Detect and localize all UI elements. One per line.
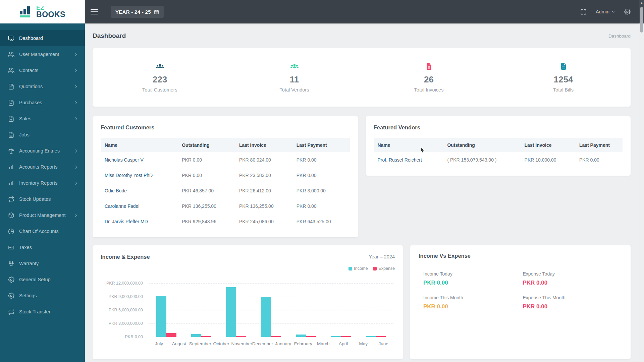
sidebar-item-quotations[interactable]: Quotations	[0, 78, 85, 95]
doc-person-icon	[362, 62, 496, 72]
sidebar-item-contacts[interactable]: Contacts	[0, 62, 85, 78]
people-icon	[227, 62, 362, 72]
y-axis-tick-label: PKR 12,000,000.00	[101, 281, 143, 286]
legend-item-expense[interactable]: Expense	[373, 266, 395, 271]
fiscal-year-label: YEAR - 24 - 25	[115, 9, 151, 15]
sidebar-item-settings[interactable]: Settings	[0, 288, 85, 304]
stat-label: Total Customers	[93, 87, 227, 93]
row-value: PKR 26,412.00	[235, 183, 292, 198]
ive-label: Income Today	[423, 271, 523, 277]
fullscreen-button[interactable]	[580, 9, 587, 15]
sidebar-item-jobs[interactable]: Jobs	[0, 127, 85, 143]
chevron-right-icon	[74, 213, 78, 218]
stat-total-customers: 223Total Customers	[93, 62, 227, 93]
stat-total-invoices: 26Total Invoices	[362, 62, 496, 93]
chart-x-axis-labels: JulyAugustSeptemberOctoberNovemberDecemb…	[149, 337, 393, 350]
sidebar-item-stock-transfer[interactable]: Stock Transfer	[0, 304, 85, 320]
sidebar-item-label: Taxes	[19, 245, 32, 250]
chevron-right-icon	[74, 165, 78, 169]
income-bar	[226, 287, 236, 337]
sidebar-item-user-management[interactable]: User Management	[0, 46, 85, 62]
income-bar	[261, 297, 271, 337]
page-scrollbar[interactable]: ▲	[639, 0, 644, 362]
row-name-link[interactable]: Carolanne Fadel	[101, 198, 178, 214]
legend-item-income[interactable]: Income	[348, 266, 368, 271]
scrollbar-up-arrow-icon[interactable]: ▲	[639, 0, 644, 4]
row-value: PKR 23,583.00	[235, 168, 292, 183]
legend-swatch	[373, 267, 377, 270]
file-minus-icon	[8, 100, 14, 106]
doc-lines-icon	[496, 62, 631, 72]
sidebar-item-label: Contacts	[19, 68, 38, 73]
ive-value: PKR 0.00	[523, 303, 623, 310]
row-name-link[interactable]: Miss Dorothy Yost PhD	[101, 168, 178, 183]
row-value: ( PKR 153,079,543.00 )	[443, 152, 520, 168]
scrollbar-thumb[interactable]	[640, 7, 643, 33]
ive-label: Expense Today	[523, 271, 623, 277]
chevron-right-icon	[74, 101, 78, 105]
bar-group	[324, 283, 359, 337]
sidebar-item-stock-updates[interactable]: Stock Updates	[0, 191, 85, 207]
column-header-last-invoice: Last Invoice	[235, 138, 292, 152]
brand-bars-icon	[19, 5, 33, 18]
chevron-right-icon	[74, 149, 78, 153]
bar-group	[149, 283, 184, 337]
row-name-link[interactable]: Nicholas Casper V	[101, 152, 178, 168]
ive-label: Expense This Month	[523, 295, 623, 300]
sidebar-item-purchases[interactable]: Purchases	[0, 95, 85, 111]
stat-total-bills: 1254Total Bills	[496, 62, 631, 93]
users-icon	[8, 67, 14, 74]
users-icon	[8, 51, 14, 58]
user-menu-label: Admin	[596, 9, 609, 14]
stat-value: 11	[227, 74, 362, 85]
row-value: PKR 929,843.96	[178, 214, 235, 229]
stat-value: 1254	[496, 74, 631, 85]
file-text-icon	[8, 132, 14, 138]
x-axis-tick-label: October	[211, 341, 231, 346]
sidebar-item-taxes[interactable]: Taxes	[0, 239, 85, 255]
sidebar-item-label: Stock Updates	[19, 196, 51, 202]
row-name-link[interactable]: Prof. Russel Reichert	[374, 152, 443, 168]
row-name-link[interactable]: Odie Bode	[101, 183, 178, 198]
y-axis-tick-label: PKR 0.00	[101, 335, 143, 339]
sidebar-item-label: User Management	[19, 52, 59, 57]
user-menu[interactable]: Admin	[596, 9, 615, 14]
sidebar-item-warranty[interactable]: Warranty	[0, 255, 85, 272]
column-header-name: Name	[101, 138, 178, 152]
row-value: PKR 0.00	[292, 152, 350, 168]
income-vs-expense-card: Income Vs Expense Income TodayPKR 0.00Ex…	[410, 245, 631, 359]
ive-value: PKR 0.00	[423, 303, 523, 310]
sidebar-item-general-setup[interactable]: General Setup	[0, 272, 85, 288]
row-name-link[interactable]: Dr. Jarvis Pfeffer MD	[101, 214, 178, 229]
fiscal-year-selector[interactable]: YEAR - 24 - 25	[111, 6, 164, 18]
fullscreen-icon	[580, 9, 587, 15]
row-value: PKR 643,525.00	[292, 214, 350, 229]
settings-button[interactable]	[624, 9, 631, 15]
sidebar-item-chart-of-accounts[interactable]: Chart Of Accounts	[0, 223, 85, 239]
page-title: Dashboard	[93, 32, 126, 40]
sidebar-item-label: Warranty	[19, 261, 39, 266]
sidebar-item-accounts-reports[interactable]: Accounts Reports	[0, 159, 85, 175]
sidebar-item-inventory-reports[interactable]: Inventory Reports	[0, 175, 85, 191]
sidebar-item-product-management[interactable]: Product Management	[0, 207, 85, 223]
file-plus-icon	[8, 116, 14, 122]
bar-group	[219, 283, 254, 337]
ive-item-expense-today: Expense TodayPKR 0.00	[523, 271, 623, 286]
sidebar-item-sales[interactable]: Sales	[0, 111, 85, 127]
bar-group	[289, 283, 324, 337]
row-value: PKR 0.00	[178, 152, 235, 168]
sidebar-item-label: Accounting Entries	[19, 148, 60, 154]
menu-toggle-button[interactable]	[91, 9, 98, 14]
ive-item-expense-this-month: Expense This MonthPKR 0.00	[523, 295, 623, 310]
chart-period-label: Year – 2024	[369, 254, 395, 259]
repeat-icon	[8, 309, 14, 315]
y-axis-tick-label: PKR 6,000,000.00	[101, 308, 143, 312]
sidebar-item-dashboard[interactable]: Dashboard	[0, 30, 85, 46]
table-row: Nicholas Casper VPKR 0.00PKR 80,024.00PK…	[101, 152, 350, 168]
sidebar-item-accounting-entries[interactable]: Accounting Entries	[0, 143, 85, 159]
ive-item-income-this-month: Income This MonthPKR 0.00	[423, 295, 523, 310]
app-logo[interactable]: EZ BOOKS	[0, 0, 85, 23]
sidebar-item-label: Purchases	[19, 100, 42, 105]
row-value: PKR 80,024.00	[235, 152, 292, 168]
featured-vendors-title: Featured Vendors	[374, 124, 623, 131]
